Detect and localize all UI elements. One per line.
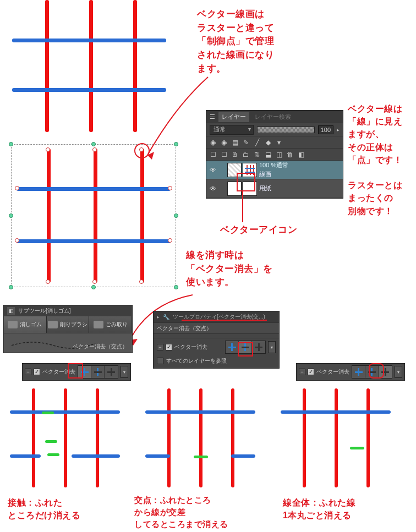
grid-result-intersection [145,388,255,487]
cb2-icon[interactable]: ☐ [220,150,228,159]
tab-scrape-brush[interactable]: 削りブラシ [47,316,90,333]
layer-row-lineart[interactable]: 👁 100 %通常 線画 [206,161,343,179]
layer-toolbar-1: ◉ ◉ ▤ ✎ ╱ ◆ ▾ [206,136,343,148]
visibility-icon[interactable]: 👁 [209,166,217,174]
fill-icon[interactable]: ▤ [231,138,239,147]
blend-mode-dropdown[interactable]: 通常 [210,125,254,135]
mode-whole-line[interactable] [105,366,118,378]
lock2-icon[interactable]: ◉ [220,138,228,147]
tab-layers[interactable]: レイヤー [218,112,249,122]
merge-icon[interactable]: ⬓ [264,150,272,159]
opacity-value[interactable]: 100 [318,125,333,134]
transfer-icon[interactable]: ⇅ [253,150,261,159]
vector-erase-row: − ✓ ベクター消去 ▾ [157,341,276,354]
mask-dd-icon[interactable]: ▾ [275,138,283,147]
mode-whole-line[interactable] [252,341,265,353]
reference-all-layers-row[interactable]: すべてのレイヤーを参照 [157,357,276,365]
caption-whole: 線全体：ふれた線 1本丸ごと消える [283,496,355,522]
layer-row-paper[interactable]: 👁 用紙 [206,179,343,198]
erase-stroke-indicator [194,456,208,458]
annotation-vector-erase: 線を消す時は 「ベクター消去」を 使います。 [186,249,273,289]
reference-all-layers-label: すべてのレイヤーを参照 [166,357,227,365]
layers-icon: ☰ [210,113,215,120]
cb1-icon[interactable]: ☐ [209,150,217,159]
tab-layer-search[interactable]: レイヤー検索 [253,112,293,122]
expand-toggle[interactable]: − [157,344,163,350]
tool-property-subtitle: ベクター消去（交点） [154,322,279,333]
layer-panel: ☰ レイヤー レイヤー検索 通常 100 ▸ ◉ ◉ ▤ ✎ ╱ ◆ ▾ ☐ ☐… [206,110,343,199]
grid-vector-selected [17,149,171,283]
layer-name-lineart: 線画 [259,170,288,178]
vector-erase-strip-whole: − ✓ ベクター消去 ▾ [296,363,405,381]
erase-stroke-indicator [47,453,59,456]
grid-result-touch [10,388,120,487]
layer-toolbar-2: ☐ ☐ 🗎 🗀 ⇅ ⬓ ◫ 🗑 ◧ [206,148,343,160]
erase-stroke-indicator [42,412,54,414]
mode-dropdown[interactable]: ▾ [268,341,276,353]
lock-icon[interactable]: ◉ [209,138,217,147]
expand-toggle[interactable]: − [25,369,31,375]
subtool-preview-label: ベクター消去（交点） [73,343,128,350]
annotation-vector-point: ベクター線は 「線」に見え ますが、 その正体は 「点」です！ ラスターとは ま… [348,102,402,217]
opacity-slider[interactable] [257,127,315,133]
highlight-mode-touch [68,363,83,379]
caption-intersection: 交点：ふれたところ から線が交差 してるところまで消える [134,494,228,530]
grid-result-whole [281,388,391,487]
vector-erase-label: ベクター消去 [316,368,349,376]
vector-erase-checkbox[interactable]: ✓ [34,369,40,375]
wrench-icon: 🔧 [163,314,169,320]
layer-name-paper: 用紙 [259,184,271,193]
highlight-underline-toolprop [182,320,267,321]
erase-stroke-indicator [45,440,57,443]
palette-icon[interactable]: ◧ [297,150,305,159]
eraser-icon [8,321,18,328]
mode-dropdown[interactable]: ▾ [121,366,128,378]
subtool-group-icon[interactable]: ◧ [7,307,15,315]
tab-dust-clean[interactable]: ごみ取り [89,316,132,333]
vector-erase-label: ベクター消去 [174,343,207,351]
annotation-vector-icon: ベクターアイコン [220,223,297,237]
tab-eraser[interactable]: 消しゴム [4,316,47,333]
mode-dropdown[interactable]: ▾ [395,366,402,378]
grid-raster [12,0,166,132]
mode-touch[interactable] [226,341,239,353]
new-layer-icon[interactable]: 🗎 [231,150,239,159]
opacity-stepper-icon[interactable]: ▸ [337,127,340,133]
mode-touch[interactable] [352,366,365,378]
highlight-mode-whole [369,363,384,379]
subtool-panel: ◧ サブツール[消しゴム] 消しゴム 削りブラシ ごみ取り ベクター消去（交点） [3,305,133,353]
ruler-icon[interactable]: ╱ [253,138,261,147]
expand-toggle[interactable]: − [299,369,305,375]
chevron-right-icon[interactable]: ▸ [157,314,160,320]
visibility-icon[interactable]: 👁 [209,184,217,193]
vector-erase-checkbox[interactable]: ✓ [308,369,314,375]
new-folder-icon[interactable]: 🗀 [242,150,250,159]
ref-icon[interactable]: ◆ [264,138,272,147]
pen-icon[interactable]: ✎ [242,138,250,147]
reference-all-layers-checkbox[interactable] [157,358,163,364]
subtool-title: サブツール[消しゴム] [18,307,71,315]
annotation-ctrl-points: ベクター線画は ラスターと違って 「制御点」で管理 された線画になり ます。 [197,8,274,75]
mode-intersection[interactable] [91,366,105,378]
trash-icon[interactable]: 🗑 [286,150,294,159]
erase-stroke-indicator [350,447,364,449]
vector-erase-checkbox[interactable]: ✓ [166,344,172,350]
caption-touch: 接触：ふれた ところだけ消える [8,496,80,522]
highlight-leader-line [242,191,243,222]
highlight-mode-intersection [238,342,253,357]
scrape-icon [48,321,58,328]
subtool-preview[interactable]: ベクター消去（交点） [4,333,132,353]
dust-icon [94,321,103,328]
highlight-vector-layer-thumb [237,173,255,191]
layer-opacity-label: 100 %通常 [259,161,288,169]
mask-icon[interactable]: ◫ [275,150,283,159]
